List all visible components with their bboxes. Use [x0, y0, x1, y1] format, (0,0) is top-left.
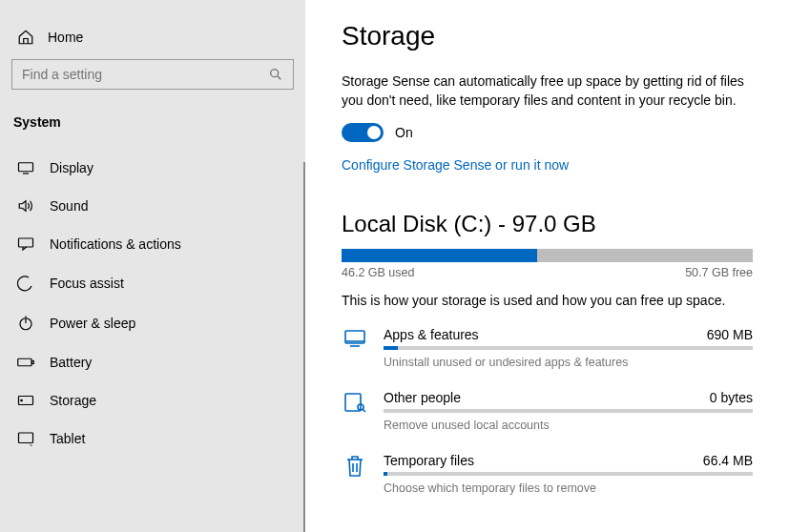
- search-input[interactable]: [22, 67, 268, 82]
- sidebar-item-label: Power & sleep: [50, 316, 135, 331]
- people-icon: [342, 390, 368, 432]
- category-sub: Choose which temporary files to remove: [384, 481, 753, 495]
- sidebar-item-label: Tablet: [50, 431, 85, 446]
- sidebar-item-power-sleep[interactable]: Power & sleep: [0, 303, 305, 343]
- category-bar-fill: [384, 346, 398, 350]
- sidebar-item-notifications[interactable]: Notifications & actions: [0, 225, 305, 263]
- category-bar: [384, 472, 753, 476]
- svg-rect-4: [18, 358, 31, 366]
- page-title: Storage: [342, 21, 753, 51]
- disk-usage-labels: 46.2 GB used 50.7 GB free: [342, 266, 753, 279]
- category-name: Other people: [384, 390, 461, 405]
- sidebar-item-sound[interactable]: Sound: [0, 187, 305, 225]
- focus-assist-icon: [17, 275, 34, 292]
- toggle-label: On: [395, 125, 413, 140]
- category-value: 66.4 MB: [703, 453, 753, 468]
- storage-icon: [17, 394, 34, 407]
- storage-sense-description: Storage Sense can automatically free up …: [342, 72, 753, 110]
- category-sub: Uninstall unused or undesired apps & fea…: [384, 356, 753, 369]
- battery-icon: [17, 357, 34, 368]
- disk-title: Local Disk (C:) - 97.0 GB: [342, 211, 753, 237]
- search-icon: [268, 67, 283, 82]
- usage-description: This is how your storage is used and how…: [342, 293, 753, 308]
- sidebar-scrollbar[interactable]: [303, 162, 305, 532]
- main-content: Storage Storage Sense can automatically …: [305, 0, 789, 532]
- sound-icon: [17, 198, 34, 214]
- svg-rect-5: [32, 361, 34, 364]
- sidebar-item-focus-assist[interactable]: Focus assist: [0, 263, 305, 303]
- home-button[interactable]: Home: [0, 19, 305, 59]
- disk-usage-bar-fill: [342, 249, 537, 262]
- sidebar-item-label: Sound: [50, 198, 88, 214]
- storage-sense-toggle[interactable]: [342, 123, 384, 142]
- sidebar-item-display[interactable]: Display: [0, 149, 305, 187]
- svg-rect-8: [19, 433, 33, 443]
- section-header: System: [0, 107, 305, 149]
- svg-point-7: [21, 399, 23, 401]
- search-box[interactable]: [11, 59, 294, 90]
- sidebar-item-label: Notifications & actions: [50, 236, 181, 252]
- category-bar-fill: [384, 472, 387, 476]
- sidebar: Home System Display Sound No: [0, 0, 305, 532]
- category-name: Apps & features: [384, 327, 479, 342]
- category-other-people[interactable]: Other people 0 bytes Remove unused local…: [342, 390, 753, 432]
- power-icon: [17, 315, 34, 332]
- category-bar: [384, 409, 753, 413]
- category-name: Temporary files: [384, 453, 474, 468]
- category-sub: Remove unused local accounts: [384, 419, 753, 432]
- svg-rect-1: [19, 163, 33, 172]
- disk-usage-bar: [342, 249, 753, 262]
- configure-storage-sense-link[interactable]: Configure Storage Sense or run it now: [342, 157, 569, 173]
- svg-rect-2: [19, 238, 33, 247]
- storage-sense-toggle-row: On: [342, 123, 753, 142]
- category-apps-features[interactable]: Apps & features 690 MB Uninstall unused …: [342, 327, 753, 369]
- sidebar-item-battery[interactable]: Battery: [0, 343, 305, 381]
- nav-list: Display Sound Notifications & actions Fo…: [0, 149, 305, 458]
- category-temporary-files[interactable]: Temporary files 66.4 MB Choose which tem…: [342, 453, 753, 495]
- toggle-knob: [367, 126, 381, 139]
- notifications-icon: [17, 236, 34, 252]
- sidebar-item-tablet[interactable]: Tablet: [0, 419, 305, 458]
- search-wrap: [11, 59, 294, 90]
- apps-icon: [342, 327, 368, 369]
- display-icon: [17, 161, 34, 174]
- sidebar-item-label: Focus assist: [50, 276, 124, 291]
- home-icon: [17, 29, 34, 46]
- trash-icon: [342, 453, 368, 495]
- svg-point-0: [271, 70, 279, 77]
- sidebar-item-storage[interactable]: Storage: [0, 381, 305, 419]
- disk-used-label: 46.2 GB used: [342, 266, 414, 279]
- disk-free-label: 50.7 GB free: [685, 266, 753, 279]
- sidebar-item-label: Storage: [50, 393, 96, 408]
- home-label: Home: [48, 30, 83, 45]
- category-value: 690 MB: [707, 327, 753, 342]
- category-value: 0 bytes: [710, 390, 753, 405]
- tablet-icon: [17, 431, 34, 446]
- sidebar-item-label: Display: [50, 160, 93, 175]
- sidebar-item-label: Battery: [50, 355, 92, 370]
- category-bar: [384, 346, 753, 350]
